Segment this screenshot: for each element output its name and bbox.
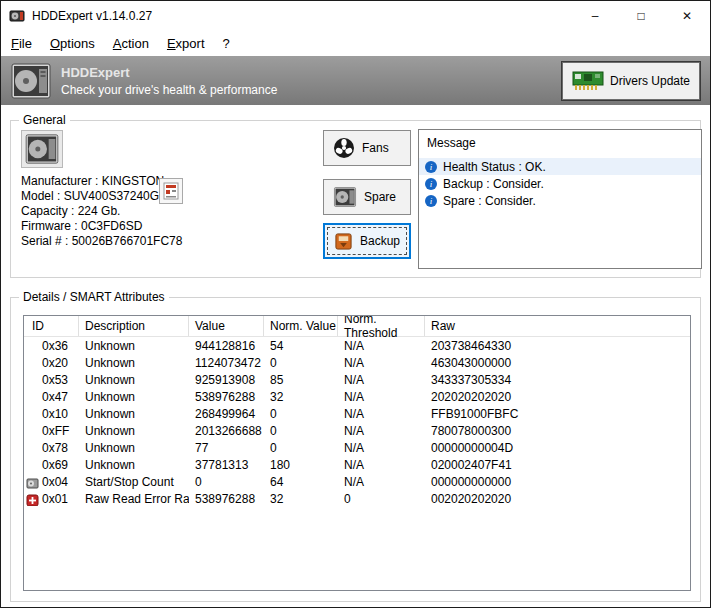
spare-button[interactable]: Spare [323, 179, 411, 215]
attr-description: Start/Stop Count [79, 475, 189, 489]
alert-attr-icon [26, 494, 39, 506]
table-header: ID Description Value Norm. Value Norm. T… [24, 316, 690, 337]
attr-raw: 343337305334 [425, 373, 690, 387]
attr-value: 37781313 [189, 458, 264, 472]
hdd-drive-icon [11, 63, 51, 99]
column-description[interactable]: Description [79, 316, 189, 336]
message-item-spare[interactable]: i Spare : Consider. [419, 192, 701, 209]
attr-raw: FFB91000FBFC [425, 407, 690, 421]
attr-description: Unknown [79, 424, 189, 438]
table-row[interactable]: 0x20 Unknown 1124073472 0 N/A 4630430000… [24, 354, 690, 371]
column-norm-threshold[interactable]: Norm. Threshold [338, 316, 425, 336]
attr-norm-value: 32 [264, 492, 338, 506]
menu-action[interactable]: Action [104, 31, 158, 56]
attr-value: 1124073472 [189, 356, 264, 370]
attr-raw: 780078000300 [425, 424, 690, 438]
attr-raw: 202020202020 [425, 390, 690, 404]
general-group: General Manufacturer : KINGSTON Model : … [10, 120, 701, 278]
attr-norm-value: 180 [264, 458, 338, 472]
attr-id: 0x01 [42, 492, 68, 506]
table-row[interactable]: 0x53 Unknown 925913908 85 N/A 3433373053… [24, 371, 690, 388]
table-row[interactable]: 0x10 Unknown 268499964 0 N/A FFB91000FBF… [24, 405, 690, 422]
attr-description: Unknown [79, 407, 189, 421]
attr-value: 925913908 [189, 373, 264, 387]
banner-title: HDDExpert [61, 65, 277, 80]
menu-file[interactable]: File [2, 31, 41, 56]
attr-raw: 000000000000 [425, 475, 690, 489]
message-item-backup[interactable]: i Backup : Consider. [419, 175, 701, 192]
backup-button-label: Backup [360, 234, 400, 248]
drive-attr-icon [26, 477, 39, 489]
table-row[interactable]: 0x69 Unknown 37781313 180 N/A 020002407F… [24, 456, 690, 473]
attr-id: 0x04 [42, 475, 68, 489]
info-icon: i [425, 178, 437, 190]
window-title: HDDExpert v1.14.0.27 [32, 9, 152, 23]
attr-norm-threshold: N/A [338, 339, 425, 353]
header-banner: HDDExpert Check your drive's health & pe… [1, 56, 710, 105]
attr-norm-value: 0 [264, 424, 338, 438]
smart-report-icon[interactable] [159, 178, 183, 204]
general-group-label: General [19, 113, 70, 127]
attr-norm-value: 85 [264, 373, 338, 387]
message-item-health[interactable]: i Health Status : OK. [419, 158, 701, 175]
info-icon: i [425, 161, 437, 173]
table-row[interactable]: 0xFF Unknown 2013266688 0 N/A 7800780003… [24, 422, 690, 439]
backup-box-icon [334, 232, 353, 251]
drivers-update-button[interactable]: Drivers Update [562, 62, 700, 100]
attr-description: Unknown [79, 373, 189, 387]
backup-button[interactable]: Backup [323, 223, 411, 259]
attr-id: 0xFF [42, 424, 69, 438]
attr-value: 944128816 [189, 339, 264, 353]
menu-export[interactable]: Export [158, 31, 214, 56]
attr-value: 538976288 [189, 492, 264, 506]
attr-norm-threshold: N/A [338, 441, 425, 455]
attr-description: Unknown [79, 339, 189, 353]
attr-id: 0x10 [42, 407, 68, 421]
spare-button-label: Spare [364, 190, 396, 204]
column-id[interactable]: ID [24, 316, 79, 336]
fan-icon [333, 137, 355, 159]
attr-norm-threshold: N/A [338, 356, 425, 370]
column-raw[interactable]: Raw [425, 316, 690, 336]
pci-card-icon [572, 70, 604, 92]
attr-norm-value: 0 [264, 356, 338, 370]
table-row[interactable]: 0x36 Unknown 944128816 54 N/A 2037384643… [24, 337, 690, 354]
message-spare-text: Spare : Consider. [443, 194, 536, 208]
minimize-button[interactable]: – [572, 1, 618, 31]
attr-raw: 463043000000 [425, 356, 690, 370]
attr-id: 0x78 [42, 441, 68, 455]
table-row[interactable]: 0x04 Start/Stop Count 0 64 N/A 000000000… [24, 473, 690, 490]
attr-raw: 203738464330 [425, 339, 690, 353]
attr-value: 77 [189, 441, 264, 455]
app-window: HDDExpert v1.14.0.27 – □ ✕ File Options … [0, 0, 711, 608]
drive-firmware: Firmware : 0C3FD6SD [21, 219, 182, 234]
drive-serial: Serial # : 50026B766701FC78 [21, 234, 182, 249]
fans-button[interactable]: Fans [323, 130, 411, 166]
attr-id: 0x20 [42, 356, 68, 370]
table-row[interactable]: 0x01 Raw Read Error Rate 538976288 32 0 … [24, 490, 690, 507]
attr-id: 0x69 [42, 458, 68, 472]
attr-id: 0x47 [42, 390, 68, 404]
message-backup-text: Backup : Consider. [443, 177, 544, 191]
attr-norm-value: 64 [264, 475, 338, 489]
spare-drive-icon [333, 187, 357, 207]
maximize-button[interactable]: □ [618, 1, 664, 31]
attr-value: 538976288 [189, 390, 264, 404]
attr-description: Raw Read Error Rate [79, 492, 189, 506]
column-norm-value[interactable]: Norm. Value [264, 316, 338, 336]
attr-id: 0x36 [42, 339, 68, 353]
table-row[interactable]: 0x47 Unknown 538976288 32 N/A 2020202020… [24, 388, 690, 405]
attr-norm-threshold: N/A [338, 390, 425, 404]
attr-raw: 00000000004D [425, 441, 690, 455]
drive-capacity: Capacity : 224 Gb. [21, 204, 182, 219]
table-row[interactable]: 0x78 Unknown 77 0 N/A 00000000004D [24, 439, 690, 456]
menu-options[interactable]: Options [41, 31, 104, 56]
column-value[interactable]: Value [189, 316, 264, 336]
close-button[interactable]: ✕ [664, 1, 710, 31]
smart-details-group: Details / SMART Attributes ID Descriptio… [10, 297, 701, 602]
attr-norm-threshold: N/A [338, 373, 425, 387]
attr-norm-value: 0 [264, 441, 338, 455]
menu-help[interactable]: ? [214, 31, 239, 56]
smart-details-group-label: Details / SMART Attributes [19, 290, 169, 304]
app-icon [9, 8, 25, 24]
